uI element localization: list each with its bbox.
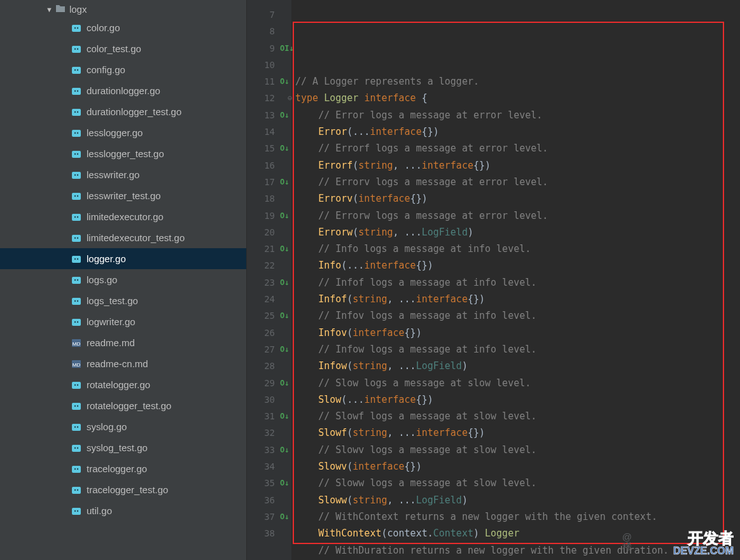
file-item[interactable]: lesswriter_test.go <box>0 185 246 206</box>
code-line[interactable]: Slowf(string, ...interface{}) <box>295 424 740 441</box>
code-line[interactable]: Slowv(interface{}) <box>295 458 740 475</box>
code-line[interactable]: Errorv(interface{}) <box>295 190 740 207</box>
svg-point-23 <box>77 174 78 175</box>
svg-point-22 <box>74 174 76 175</box>
file-item[interactable]: lesslogger.go <box>0 122 246 143</box>
file-item[interactable]: limitedexecutor.go <box>0 206 246 227</box>
file-item[interactable]: logs_test.go <box>0 290 246 311</box>
go-file-icon <box>71 443 81 453</box>
code-line[interactable]: // Slowv logs a message at slow level. <box>295 442 740 458</box>
svg-rect-6 <box>72 67 81 74</box>
svg-point-25 <box>74 195 76 196</box>
code-line[interactable]: Infow(string, ...LogField) <box>295 358 740 374</box>
code-line[interactable]: Errorf(string, ...interface{}) <box>295 157 740 174</box>
svg-rect-55 <box>72 424 81 431</box>
code-line[interactable]: Error(...interface{}) <box>295 123 740 140</box>
svg-point-41 <box>77 300 78 301</box>
code-line[interactable]: // Info logs a message at info level. <box>295 241 740 257</box>
file-label: logwriter.go <box>87 316 136 327</box>
file-item[interactable]: MDreadme.md <box>0 332 246 353</box>
file-item[interactable]: MDreadme-cn.md <box>0 353 246 374</box>
svg-rect-42 <box>72 319 81 326</box>
code-line[interactable]: Slow(...interface{}) <box>295 391 740 408</box>
folder-logx[interactable]: ▼ logx <box>0 1 246 17</box>
code-line[interactable]: // Infof logs a message at info level. <box>295 274 740 291</box>
code-line[interactable]: Sloww(string, ...LogField) <box>295 492 740 508</box>
file-label: limitedexecutor.go <box>87 211 164 222</box>
file-label: readme.md <box>87 337 135 348</box>
svg-point-8 <box>77 69 78 70</box>
file-item[interactable]: util.go <box>0 500 246 521</box>
file-item[interactable]: logger.go <box>0 248 246 269</box>
code-line[interactable]: // Slow logs a message at slow level. <box>295 375 740 391</box>
folder-icon <box>55 4 66 15</box>
file-item[interactable]: rotatelogger.go <box>0 374 246 395</box>
svg-point-63 <box>77 468 78 469</box>
file-label: lesswriter.go <box>87 169 139 180</box>
code-line[interactable]: // Error logs a message at error level. <box>295 107 740 123</box>
file-label: tracelogger_test.go <box>87 484 168 495</box>
file-item[interactable]: lesslogger_test.go <box>0 143 246 164</box>
file-item[interactable]: tracelogger_test.go <box>0 479 246 500</box>
file-item[interactable]: color.go <box>0 17 246 38</box>
svg-point-62 <box>74 468 76 469</box>
code-line[interactable]: // Slowf logs a message at slow level. <box>295 408 740 424</box>
svg-point-14 <box>77 111 78 112</box>
code-line[interactable]: // Infov logs a message at info level. <box>295 307 740 324</box>
file-item[interactable]: rotatelogger_test.go <box>0 395 246 416</box>
svg-rect-49 <box>72 382 81 389</box>
svg-point-17 <box>77 132 78 133</box>
file-label: tracelogger.go <box>87 463 147 474</box>
svg-point-57 <box>77 426 78 427</box>
file-item[interactable]: durationlogger.go <box>0 80 246 101</box>
svg-point-69 <box>77 510 78 511</box>
go-file-icon <box>71 128 81 138</box>
code-line[interactable]: // Errorf logs a message at error level. <box>295 140 740 157</box>
go-file-icon <box>71 233 81 243</box>
file-item[interactable]: config.go <box>0 59 246 80</box>
go-file-icon <box>71 422 81 432</box>
code-line[interactable]: Infov(interface{}) <box>295 325 740 341</box>
code-line[interactable]: // WithContext returns a new logger with… <box>295 508 740 525</box>
svg-point-20 <box>77 153 78 154</box>
fold-start-icon[interactable]: ⊖ <box>288 90 292 106</box>
file-item[interactable]: syslog_test.go <box>0 437 246 458</box>
file-label: util.go <box>87 505 112 516</box>
svg-rect-52 <box>72 403 81 410</box>
file-item[interactable]: syslog.go <box>0 416 246 437</box>
file-item[interactable]: lesswriter.go <box>0 164 246 185</box>
file-item[interactable]: logwriter.go <box>0 311 246 332</box>
svg-point-40 <box>74 300 76 301</box>
code-area[interactable]: // A Logger represents a logger.⊖type Lo… <box>291 0 740 560</box>
ide-window: ▼ logx color.gocolor_test.goconfig.godur… <box>0 0 740 560</box>
svg-point-5 <box>77 48 78 49</box>
code-line[interactable]: // Errorv logs a message at error level. <box>295 174 740 190</box>
code-line[interactable]: Infof(string, ...interface{}) <box>295 291 740 307</box>
file-item[interactable]: logs.go <box>0 269 246 290</box>
code-line[interactable]: ⊖type Logger interface { <box>295 90 740 106</box>
code-line[interactable]: // Errorw logs a message at error level. <box>295 207 740 224</box>
file-label: durationlogger_test.go <box>87 106 181 117</box>
svg-point-29 <box>77 216 78 217</box>
code-line[interactable] <box>295 57 740 73</box>
code-line[interactable]: // Sloww logs a message at slow level. <box>295 475 740 491</box>
svg-point-43 <box>74 321 76 322</box>
file-item[interactable]: limitedexecutor_test.go <box>0 227 246 248</box>
go-file-icon <box>71 506 81 516</box>
file-item[interactable]: durationlogger_test.go <box>0 101 246 122</box>
file-item[interactable]: tracelogger.go <box>0 458 246 479</box>
go-file-icon <box>71 317 81 327</box>
code-line[interactable]: Errorw(string, ...LogField) <box>295 224 740 241</box>
file-item[interactable]: color_test.go <box>0 38 246 59</box>
go-file-icon <box>71 65 81 75</box>
code-line[interactable]: // Infow logs a message at info level. <box>295 341 740 358</box>
code-line[interactable]: Info(...interface{}) <box>295 257 740 274</box>
code-line[interactable]: // A Logger represents a logger. <box>295 73 740 90</box>
code-editor[interactable]: 7891011121314151617181920212223242526272… <box>247 0 740 560</box>
go-file-icon <box>71 296 81 306</box>
chevron-down-icon: ▼ <box>46 6 53 13</box>
project-tree[interactable]: ▼ logx color.gocolor_test.goconfig.godur… <box>0 0 247 560</box>
svg-rect-27 <box>72 214 81 221</box>
file-label: logger.go <box>87 253 126 264</box>
svg-rect-21 <box>72 172 81 179</box>
